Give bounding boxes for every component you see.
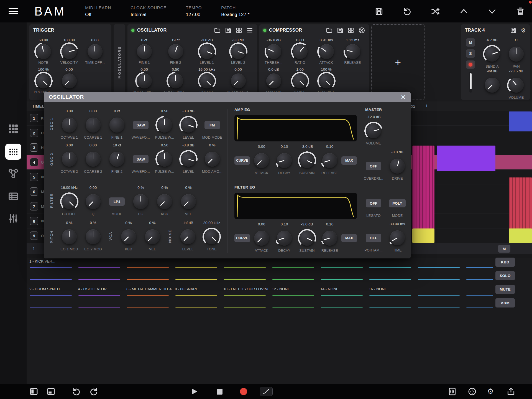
knob[interactable] — [485, 47, 500, 62]
knob[interactable] — [293, 73, 308, 88]
pattern-cell[interactable] — [366, 258, 415, 286]
pattern-cell[interactable] — [269, 258, 318, 286]
knob[interactable] — [319, 73, 334, 88]
timeline-clip[interactable] — [412, 146, 434, 230]
track-action-button[interactable]: MUTE — [495, 285, 515, 294]
automation-button[interactable] — [260, 387, 273, 396]
master-row-button[interactable]: M — [498, 245, 510, 253]
pattern-cell[interactable] — [463, 286, 493, 313]
knob[interactable] — [300, 231, 314, 246]
tempo-value[interactable]: 127.00 — [186, 12, 202, 17]
modal-header[interactable]: OSCILLATOR × — [44, 92, 411, 102]
chevron-down-icon[interactable] — [488, 7, 497, 16]
knob[interactable] — [509, 47, 524, 62]
pattern-cell[interactable]: 16 - NONE — [366, 286, 415, 313]
knob[interactable] — [62, 44, 77, 59]
knob[interactable] — [36, 44, 51, 59]
knob[interactable] — [133, 194, 148, 209]
knob[interactable] — [62, 118, 77, 133]
track-number-chip[interactable]: 1 — [30, 114, 38, 122]
mode-button[interactable]: POLY — [389, 199, 405, 207]
sidebar-item-modular[interactable] — [8, 168, 19, 179]
sidebar-item-pads[interactable] — [8, 123, 19, 134]
knob[interactable] — [345, 44, 360, 59]
knob[interactable] — [366, 123, 381, 138]
pattern-cell[interactable] — [221, 258, 269, 286]
knob[interactable] — [157, 152, 172, 167]
folder-icon[interactable] — [214, 27, 221, 34]
track-solo-button[interactable]: S — [466, 49, 475, 58]
clock-source-field[interactable]: CLOCK SOURCE Internal — [131, 5, 167, 17]
play-button[interactable] — [192, 388, 197, 395]
knob[interactable] — [293, 44, 308, 59]
gear-icon[interactable]: ⚙ — [521, 27, 526, 33]
knob[interactable] — [86, 152, 101, 167]
track-action-button[interactable]: ARM — [495, 298, 515, 307]
knob[interactable] — [277, 231, 292, 246]
sidebar-item-list[interactable] — [8, 191, 19, 202]
pattern-cell[interactable] — [415, 286, 463, 313]
patch-field[interactable]: PATCH Beating 127 * — [221, 5, 249, 17]
sidebar-item-mixer[interactable] — [8, 213, 19, 224]
pattern-cell[interactable] — [124, 258, 172, 286]
zoom-level[interactable]: x2 — [411, 101, 415, 111]
menu-icon[interactable] — [246, 27, 253, 34]
drum-pad-icon[interactable] — [468, 387, 477, 396]
pattern-cell[interactable]: 4 - OSCILLATOR — [75, 286, 124, 313]
close-icon[interactable]: × — [401, 93, 406, 101]
knob[interactable] — [231, 44, 246, 59]
layout-left-button[interactable] — [29, 387, 38, 396]
patch-value[interactable]: Beating 127 * — [221, 12, 249, 17]
timeline-clip[interactable] — [509, 111, 532, 131]
chevron-up-icon[interactable] — [459, 7, 468, 16]
knob[interactable] — [168, 44, 183, 59]
knob[interactable] — [205, 152, 220, 167]
grid-view-icon[interactable] — [347, 27, 354, 34]
knob[interactable] — [109, 152, 124, 167]
knob[interactable] — [300, 153, 314, 168]
knob[interactable] — [137, 44, 152, 59]
save-icon[interactable] — [510, 27, 517, 34]
knob[interactable] — [137, 73, 152, 88]
folder-icon[interactable] — [326, 27, 333, 34]
remove-device-icon[interactable] — [358, 27, 365, 34]
audio-export-icon[interactable] — [448, 387, 457, 396]
track-record-arm-button[interactable] — [466, 60, 475, 69]
pattern-cell[interactable] — [75, 258, 124, 286]
knob[interactable] — [109, 118, 124, 133]
filter-eg-max-button[interactable]: MAX — [341, 234, 357, 242]
knob[interactable] — [231, 73, 246, 88]
timeline-clip[interactable] — [437, 146, 495, 171]
pattern-cell[interactable]: 12 - NONE — [269, 286, 318, 313]
sidebar-item-sequencer-selected[interactable] — [5, 144, 21, 160]
track-action-button[interactable]: KBD — [495, 258, 515, 267]
save-icon[interactable] — [225, 27, 232, 34]
knob[interactable] — [157, 194, 172, 209]
track-level-meter[interactable] — [469, 72, 472, 93]
mode-button[interactable]: FM — [204, 121, 220, 129]
track-number-chip[interactable]: 2 — [30, 129, 38, 137]
layout-bottom-button[interactable] — [47, 387, 55, 396]
pattern-cell[interactable]: 14 - NONE — [318, 286, 366, 313]
knob[interactable] — [86, 229, 101, 244]
mode-button[interactable]: OFF — [366, 199, 381, 207]
knob[interactable] — [62, 73, 77, 88]
track-number-chip[interactable]: 4 — [30, 158, 38, 166]
amp-eg-max-button[interactable]: MAX — [341, 156, 357, 165]
filter-eg-curve-button[interactable]: CURVE — [234, 234, 250, 242]
knob[interactable] — [180, 229, 195, 244]
knob[interactable] — [254, 231, 269, 246]
amp-eg-curve-button[interactable]: CURVE — [234, 156, 250, 165]
timeline-clip[interactable] — [412, 228, 434, 243]
pattern-cell[interactable]: 6 - METAL HAMMER HIT 4 — [124, 286, 172, 313]
knob[interactable] — [181, 152, 196, 167]
save-icon[interactable] — [337, 27, 344, 34]
pattern-cell[interactable]: 8 - 08 SNARE — [172, 286, 221, 313]
redo-button[interactable] — [89, 387, 98, 396]
trash-icon[interactable] — [516, 7, 525, 16]
add-device-slot[interactable]: + — [371, 24, 424, 100]
pattern-cell[interactable] — [463, 258, 493, 286]
knob[interactable] — [266, 44, 281, 59]
pattern-cell[interactable] — [172, 258, 221, 286]
timeline-clip[interactable] — [509, 228, 532, 243]
